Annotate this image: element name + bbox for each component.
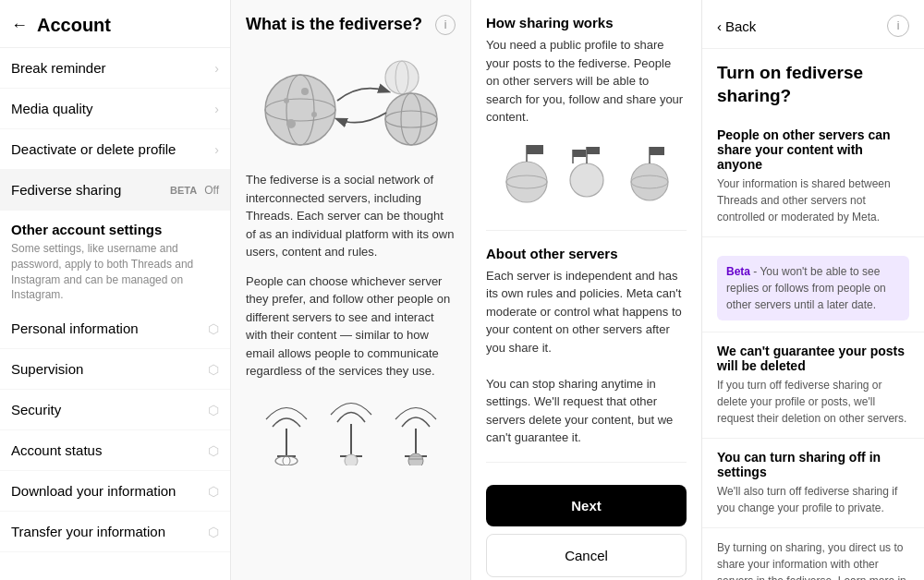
- svg-rect-30: [573, 150, 586, 157]
- svg-point-3: [284, 98, 289, 103]
- svg-rect-27: [527, 145, 543, 154]
- right-section-beta: Beta - You won't be able to see replies …: [702, 237, 924, 332]
- how-sharing-body: You need a public profile to share your …: [486, 36, 687, 127]
- svg-point-5: [311, 112, 317, 117]
- sidebar-item-supervision[interactable]: Supervision ⬡: [0, 349, 230, 390]
- consent-body: By turning on sharing, you direct us to …: [717, 539, 909, 580]
- sidebar-item-transfer-info[interactable]: Transfer your information ⬡: [0, 512, 230, 552]
- svg-point-14: [275, 456, 298, 465]
- svg-point-7: [385, 61, 419, 94]
- right-section-consent: By turning on sharing, you direct us to …: [702, 528, 924, 580]
- sidebar-item-personal-info[interactable]: Personal information ⬡: [0, 308, 230, 349]
- sidebar-item-security[interactable]: Security ⬡: [0, 390, 230, 430]
- back-label: Back: [725, 18, 756, 34]
- sidebar-item-fediverse[interactable]: Fediverse sharing BETA Off: [0, 170, 230, 211]
- svg-point-33: [631, 163, 668, 200]
- info-icon[interactable]: i: [435, 15, 456, 35]
- sidebar-title: Account: [37, 15, 111, 36]
- back-chevron-icon: ‹: [717, 18, 722, 34]
- how-sharing-title: How sharing works: [486, 15, 687, 30]
- svg-point-15: [283, 456, 290, 465]
- beta-box: Beta - You won't be able to see replies …: [717, 256, 909, 320]
- external-icon: ⬡: [208, 484, 219, 499]
- sidebar-item-download-info[interactable]: Download your information ⬡: [0, 471, 230, 512]
- cancel-button[interactable]: Cancel: [486, 534, 687, 577]
- middle-description1: The fediverse is a social network of int…: [246, 171, 456, 261]
- sidebar-item-deactivate[interactable]: Deactivate or delete profile ›: [0, 129, 230, 170]
- svg-point-24: [506, 162, 547, 202]
- fediverse-illustration: [246, 47, 456, 158]
- beta-text: - You won't be able to see replies or fo…: [726, 265, 886, 311]
- guarantee-title: We can't guarantee your posts will be de…: [717, 344, 909, 373]
- turn-off-title: You can turn sharing off in settings: [717, 450, 909, 479]
- sharing-illustration: [486, 134, 687, 208]
- right-panel-title: Turn on fediverse sharing?: [702, 49, 924, 116]
- svg-point-4: [301, 88, 309, 95]
- chevron-right-icon: ›: [214, 142, 219, 157]
- content-panel: How sharing works You need a public prof…: [471, 0, 702, 580]
- sharing-body: Your information is shared between Threa…: [717, 175, 909, 225]
- external-icon: ⬡: [208, 321, 219, 336]
- external-icon: ⬡: [208, 443, 219, 458]
- right-section-turn-off: You can turn sharing off in settings We'…: [702, 439, 924, 528]
- sidebar-item-media-quality[interactable]: Media quality ›: [0, 89, 230, 129]
- turn-off-body: We'll also turn off fediverse sharing if…: [717, 483, 909, 516]
- satellite-illustration: [246, 392, 456, 465]
- external-icon: ⬡: [208, 403, 219, 417]
- right-panel-header: ‹ Back i: [702, 0, 924, 49]
- about-servers-body: Each server is independent and has its o…: [486, 267, 687, 447]
- beta-label: Beta: [726, 265, 750, 278]
- svg-point-0: [265, 75, 335, 145]
- other-account-settings: Other account settings Some settings, li…: [0, 211, 230, 308]
- guarantee-body: If you turn off fediverse sharing or del…: [717, 377, 909, 427]
- sharing-title: People on other servers can share your c…: [717, 127, 909, 172]
- middle-panel-title: What is the fediverse?: [246, 15, 456, 34]
- svg-rect-32: [587, 147, 600, 154]
- svg-point-6: [286, 119, 296, 128]
- svg-point-9: [385, 93, 437, 145]
- content-buttons: Next Cancel: [486, 477, 687, 577]
- external-icon: ⬡: [208, 525, 219, 539]
- svg-point-28: [570, 163, 603, 197]
- external-icon: ⬡: [208, 362, 219, 377]
- sidebar-item-break-reminder[interactable]: Break reminder ›: [0, 48, 230, 89]
- next-button[interactable]: Next: [486, 485, 687, 526]
- info-circle-icon[interactable]: i: [887, 15, 909, 37]
- middle-panel: What is the fediverse? i: [231, 0, 471, 580]
- chevron-right-icon: ›: [214, 102, 219, 116]
- right-section-guarantee: We can't guarantee your posts will be de…: [702, 332, 924, 439]
- sidebar-header: ← Account: [0, 0, 230, 48]
- sidebar: ← Account Break reminder › Media quality…: [0, 0, 231, 580]
- about-servers-title: About other servers: [486, 246, 687, 261]
- back-button[interactable]: ‹ Back: [717, 18, 756, 34]
- svg-point-18: [345, 454, 358, 465]
- back-arrow-icon[interactable]: ←: [11, 16, 28, 35]
- how-sharing-works-section: How sharing works You need a public prof…: [486, 15, 687, 231]
- fediverse-item-right: BETA Off: [170, 184, 219, 197]
- right-section-sharing: People on other servers can share your c…: [702, 116, 924, 237]
- about-other-servers-section: About other servers Each server is indep…: [486, 246, 687, 463]
- svg-rect-36: [650, 147, 664, 155]
- middle-description2: People can choose whichever server they …: [246, 272, 456, 381]
- right-panel: ‹ Back i Turn on fediverse sharing? Peop…: [702, 0, 924, 580]
- chevron-right-icon: ›: [214, 61, 219, 76]
- sidebar-item-account-status[interactable]: Account status ⬡: [0, 430, 230, 471]
